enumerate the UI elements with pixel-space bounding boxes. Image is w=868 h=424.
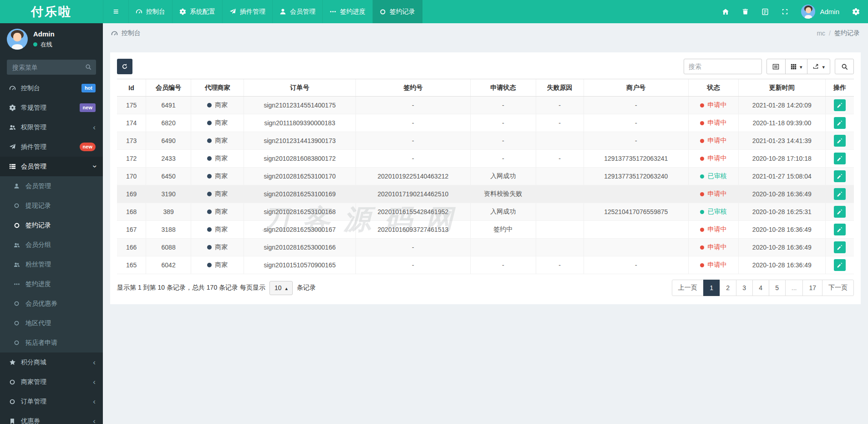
- sidebar-item-fans[interactable]: 粉丝管理: [0, 255, 103, 274]
- edit-button[interactable]: [834, 135, 846, 147]
- user-menu[interactable]: Admin: [801, 5, 839, 19]
- status-badge: 申请中: [700, 101, 726, 109]
- edit-button[interactable]: [834, 206, 846, 218]
- sidebar-item-shop-applications[interactable]: 拓店者申请: [0, 333, 103, 352]
- edit-button[interactable]: [834, 241, 846, 253]
- edit-button[interactable]: [834, 188, 846, 200]
- sidebar-item-members[interactable]: 会员管理: [0, 157, 103, 176]
- sidebar-item-member-groups[interactable]: 会员分组: [0, 235, 103, 255]
- edit-button[interactable]: [834, 224, 846, 235]
- tab-sign-records[interactable]: 签约记录: [373, 0, 422, 23]
- sidebar-item-merchant-management[interactable]: 商家管理: [0, 372, 103, 392]
- edit-button[interactable]: [834, 99, 846, 111]
- page-button-17[interactable]: 17: [802, 280, 822, 296]
- table-search-input[interactable]: [684, 59, 762, 74]
- edit-button[interactable]: [834, 117, 846, 129]
- page-button-5[interactable]: 5: [769, 280, 786, 296]
- table-row: 168 389 商家 sign20102816253100168 2020101…: [117, 203, 854, 221]
- pencil-icon: [837, 245, 843, 250]
- sidebar-toggle-button[interactable]: ≡: [103, 0, 129, 23]
- view-buttons: [766, 59, 830, 74]
- col-updated: 更新时间: [738, 79, 825, 97]
- pencil-icon: [837, 138, 843, 144]
- circle-icon: [14, 222, 25, 229]
- sidebar-item-general[interactable]: 常规管理 new: [0, 98, 103, 117]
- sidebar-item-member-list[interactable]: 会员管理: [0, 176, 103, 196]
- chevron-down-icon: [93, 163, 96, 170]
- sidebar-search: [7, 60, 96, 75]
- page-button-3[interactable]: 3: [736, 280, 753, 296]
- book-icon[interactable]: [755, 8, 775, 15]
- detail-view-button[interactable]: [766, 59, 786, 74]
- status-badge: 申请中: [700, 225, 726, 234]
- status-badge: 已审核: [700, 208, 726, 216]
- page-prev-button[interactable]: 上一页: [672, 280, 704, 296]
- sidebar-user-name: Admin: [33, 30, 55, 38]
- edit-button[interactable]: [834, 153, 846, 164]
- edit-button[interactable]: [834, 259, 846, 271]
- columns-button[interactable]: [785, 59, 808, 74]
- refresh-icon: [122, 63, 128, 70]
- sidebar-menu: 控制台 hot 常规管理 new 权限管理 插件管理 new 会员管理: [0, 78, 103, 176]
- sidebar-item-sign-progress[interactable]: 签约进度: [0, 274, 103, 294]
- sidebar-item-points-mall[interactable]: 积分商城: [0, 352, 103, 372]
- sidebar-item-plugins[interactable]: 插件管理 new: [0, 137, 103, 157]
- circle-icon: [14, 203, 25, 209]
- sidebar-item-order-management[interactable]: 订单管理: [0, 392, 103, 411]
- expand-icon[interactable]: [775, 8, 795, 15]
- home-icon[interactable]: [716, 8, 736, 15]
- status-dot-icon: [700, 121, 704, 125]
- sidebar: Admin 在线 控制台 hot 常规管理 new: [0, 23, 103, 424]
- sidebar-item-coupons[interactable]: 优惠券: [0, 411, 103, 424]
- breadcrumb-root[interactable]: mc: [817, 30, 825, 37]
- sidebar-search-input[interactable]: [7, 60, 96, 75]
- menu-icon: ≡: [113, 6, 119, 17]
- sidebar-menu-bottom: 积分商城 商家管理 订单管理 优惠券: [0, 352, 103, 424]
- pencil-icon: [837, 102, 843, 108]
- page-button-2[interactable]: 2: [720, 280, 736, 296]
- sidebar-item-dashboard[interactable]: 控制台 hot: [0, 78, 103, 98]
- tab-dashboard[interactable]: 控制台: [129, 0, 173, 23]
- tachometer-icon: [111, 30, 118, 37]
- hot-badge: hot: [81, 84, 96, 92]
- page-button-4[interactable]: 4: [752, 280, 769, 296]
- tab-plugin-management[interactable]: 插件管理: [223, 0, 273, 23]
- status-badge: 申请中: [700, 261, 726, 269]
- tab-system-config[interactable]: 系统配置: [173, 0, 223, 23]
- status-badge: 申请中: [700, 243, 726, 251]
- tab-member-management[interactable]: 会员管理: [273, 0, 323, 23]
- search-button[interactable]: [835, 59, 854, 74]
- pencil-icon: [837, 174, 843, 179]
- refresh-button[interactable]: [117, 59, 132, 74]
- col-sign-no: 签约号: [355, 79, 470, 97]
- sidebar-item-region-agents[interactable]: 地区代理: [0, 313, 103, 333]
- status-dot-icon: [700, 103, 704, 107]
- sidebar-item-withdraw-records[interactable]: 提现记录: [0, 196, 103, 215]
- pencil-icon: [837, 156, 843, 162]
- circle-icon: [9, 398, 21, 405]
- edit-button[interactable]: [834, 170, 846, 182]
- search-icon[interactable]: [85, 64, 91, 70]
- gears-icon[interactable]: [846, 8, 866, 15]
- status-badge: 已审核: [700, 172, 726, 180]
- status-dot-icon: [700, 157, 704, 161]
- breadcrumb-separator: /: [829, 30, 831, 37]
- pencil-icon: [837, 209, 843, 215]
- page-button-1[interactable]: 1: [703, 280, 720, 296]
- col-apply-status: 申请状态: [471, 79, 536, 97]
- caret-down-icon: [800, 63, 802, 70]
- page-ellipsis: ...: [785, 280, 803, 296]
- page-next-button[interactable]: 下一页: [822, 280, 854, 296]
- circle-icon: [380, 9, 386, 15]
- tab-sign-progress[interactable]: 签约进度: [323, 0, 373, 23]
- sidebar-item-member-coupons[interactable]: 会员优惠券: [0, 294, 103, 313]
- per-page-select[interactable]: 10: [269, 281, 293, 295]
- export-button[interactable]: [807, 59, 830, 74]
- sidebar-item-permissions[interactable]: 权限管理: [0, 117, 103, 137]
- col-agent: 代理商家: [191, 79, 244, 97]
- col-order-no: 订单号: [244, 79, 355, 97]
- trash-icon[interactable]: [736, 8, 755, 15]
- col-member-no: 会员编号: [146, 79, 191, 97]
- sidebar-item-sign-records[interactable]: 签约记录: [0, 215, 103, 235]
- users-icon: [14, 242, 25, 248]
